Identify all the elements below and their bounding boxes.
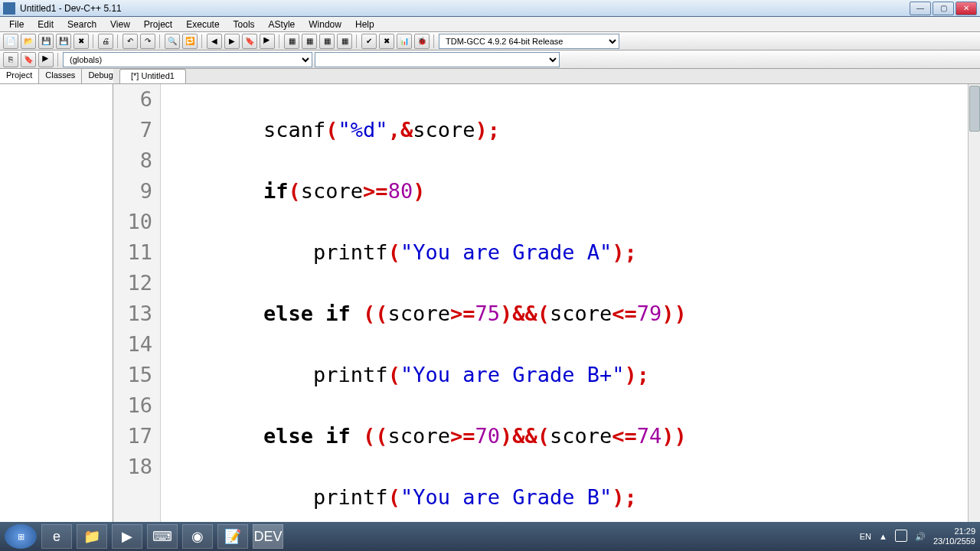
document-tabs: [*] Untitled1 [113,69,980,84]
menu-execute[interactable]: Execute [180,18,225,31]
vertical-scrollbar[interactable] [968,84,980,527]
titlebar: Untitled1 - Dev-C++ 5.11 — ▢ ✕ [0,0,980,17]
minimize-button[interactable]: — [910,2,931,15]
replace-icon[interactable]: 🔁 [182,34,198,49]
toolbar-sep [117,34,119,48]
menu-edit[interactable]: Edit [31,18,60,31]
toolbar-sep [57,53,59,67]
tray-clock[interactable]: 21:29 23/10/2559 [933,527,975,546]
line-number: 17 [113,421,152,452]
debug-icon[interactable]: 🐞 [414,34,430,49]
save-icon[interactable]: 💾 [38,34,54,49]
menu-search[interactable]: Search [61,18,103,31]
line-gutter: 6 7 8 9 10 11 12 13 14 15 16 17 18 [113,84,161,527]
save-all-icon[interactable]: 💾 [56,34,71,49]
code-body[interactable]: scanf("%d",&score); if(score>=80) printf… [161,84,980,527]
window-title: Untitled1 - Dev-C++ 5.11 [20,3,910,14]
rebuild-icon[interactable]: ▦ [337,34,352,49]
menubar: File Edit Search View Project Execute To… [0,17,980,32]
toolbar-sep [201,34,203,48]
compile-icon[interactable]: ▦ [284,34,299,49]
line-number: 11 [113,237,152,268]
document-tab[interactable]: [*] Untitled1 [119,69,186,83]
member-select[interactable] [315,52,560,67]
side-tabs: Project Classes Debug [0,69,113,84]
menu-file[interactable]: File [3,18,30,31]
tab-classes[interactable]: Classes [39,69,82,83]
profile-icon[interactable]: 📊 [397,34,412,49]
scrollbar-thumb[interactable] [969,86,980,132]
line-number: 6 [113,84,152,115]
main-area: Project Classes Debug [*] Untitled1 6 7 … [0,69,980,527]
line-number: 8 [113,145,152,176]
line-number: 7 [113,115,152,145]
tray-volume-icon[interactable]: 🔊 [915,532,926,542]
tab-project[interactable]: Project [0,69,39,83]
taskbar-sticky-icon[interactable]: 📝 [217,524,248,549]
menu-tools[interactable]: Tools [227,18,261,31]
menu-help[interactable]: Help [349,18,381,31]
line-number: 18 [113,452,152,482]
print-icon[interactable]: 🖨 [98,34,113,49]
taskbar-devcpp-icon[interactable]: DEV [253,524,283,549]
toolbar-sep [159,34,161,48]
open-file-icon[interactable]: 📂 [21,34,36,49]
menu-astyle[interactable]: AStyle [263,18,302,31]
menu-window[interactable]: Window [302,18,348,31]
taskbar-explorer-icon[interactable]: 📁 [77,524,107,549]
line-number: 10 [113,207,152,237]
new-file-icon[interactable]: 📄 [3,34,18,49]
maximize-button[interactable]: ▢ [933,2,954,15]
compiler-select[interactable]: TDM-GCC 4.9.2 64-bit Release [439,34,619,49]
run-icon[interactable]: ▦ [302,34,317,49]
toolbar-sep [356,34,358,48]
menu-view[interactable]: View [104,18,136,31]
start-button[interactable]: ⊞ [5,524,37,549]
taskbar-onscreen-kb-icon[interactable]: ⌨ [147,524,178,549]
code-editor[interactable]: 6 7 8 9 10 11 12 13 14 15 16 17 18 scanf… [113,84,980,527]
bookmark2-icon[interactable]: 🔖 [21,52,36,67]
toolbar-main: 📄 📂 💾 💾 ✖ 🖨 ↶ ↷ 🔍 🔁 ◀ ▶ 🔖 ⯈ ▦ ▦ ▦ ▦ ✔ ✖ … [0,32,980,51]
goto2-icon[interactable]: ⯈ [38,52,54,67]
editor-pane: [*] Untitled1 6 7 8 9 10 11 12 13 14 15 … [113,69,980,527]
line-number: 15 [113,360,152,390]
insert-icon[interactable]: ⎘ [3,52,18,67]
back-icon[interactable]: ◀ [207,34,222,49]
toolbar-nav: ⎘ 🔖 ⯈ (globals) [0,51,980,69]
taskbar: ⊞ e 📁 ▶ ⌨ ◉ 📝 DEV EN ▲ 🔊 21:29 23/10/255… [0,522,980,551]
line-number: 9 [113,176,152,207]
menu-project[interactable]: Project [138,18,178,31]
find-icon[interactable]: 🔍 [165,34,180,49]
goto-icon[interactable]: ⯈ [260,34,275,49]
line-number: 16 [113,390,152,421]
toolbar-sep [93,34,94,48]
system-tray: EN ▲ 🔊 21:29 23/10/2559 [860,527,975,546]
toolbar-sep [433,34,435,48]
line-number: 14 [113,329,152,360]
tray-lang[interactable]: EN [860,532,871,541]
cancel-icon[interactable]: ✖ [379,34,394,49]
scope-select[interactable]: (globals) [63,52,312,67]
tray-network-icon[interactable] [895,530,907,543]
window-buttons: — ▢ ✕ [910,2,977,15]
side-panel: Project Classes Debug [0,69,113,527]
line-number: 12 [113,268,152,298]
close-button[interactable]: ✕ [956,2,977,15]
bookmark-icon[interactable]: 🔖 [242,34,257,49]
redo-icon[interactable]: ↷ [140,34,155,49]
line-number: 13 [113,298,152,329]
forward-icon[interactable]: ▶ [224,34,240,49]
undo-icon[interactable]: ↶ [122,34,138,49]
taskbar-ie-icon[interactable]: e [41,524,72,549]
check-icon[interactable]: ✔ [361,34,377,49]
tray-flag-icon[interactable]: ▲ [879,532,887,541]
toolbar-sep [279,34,280,48]
app-icon [3,2,15,15]
taskbar-media-icon[interactable]: ▶ [112,524,142,549]
close-file-icon[interactable]: ✖ [74,34,89,49]
compile-run-icon[interactable]: ▦ [319,34,335,49]
taskbar-chrome-icon[interactable]: ◉ [182,524,213,549]
